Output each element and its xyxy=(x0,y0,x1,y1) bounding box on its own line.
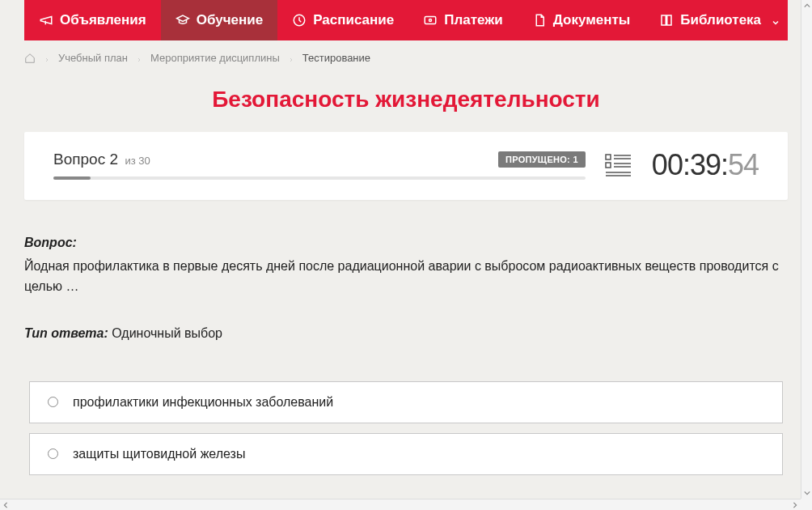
timer: 00:39:54 xyxy=(652,148,759,182)
timer-seconds: 54 xyxy=(728,148,759,181)
answer-type-row: Тип ответа: Одиночный выбор xyxy=(24,326,788,341)
answer-options: профилактики инфекционных заболеваний за… xyxy=(24,381,788,475)
scroll-right-arrow[interactable] xyxy=(789,499,801,510)
question-number-label: Вопрос 2 xyxy=(53,151,118,168)
main-nav: Объявления Обучение Расписание Платежи Д… xyxy=(24,0,788,40)
nav-item-schedule[interactable]: Расписание xyxy=(277,0,408,40)
status-progress-section: Вопрос 2 из 30 ПРОПУЩЕНО: 1 xyxy=(53,151,586,180)
status-card: Вопрос 2 из 30 ПРОПУЩЕНО: 1 00: xyxy=(24,132,788,200)
timer-main: 00:39: xyxy=(652,148,728,181)
nav-label: Обучение xyxy=(197,12,263,28)
megaphone-icon xyxy=(39,13,53,28)
answer-type-label: Тип ответа: xyxy=(24,326,108,340)
svg-rect-1 xyxy=(425,17,436,24)
scroll-up-arrow[interactable] xyxy=(801,0,812,11)
book-icon xyxy=(659,13,674,28)
breadcrumb: Учебный план Мероприятие дисциплины Тест… xyxy=(24,40,788,75)
question-text: Йодная профилактика в первые десять дней… xyxy=(24,257,788,297)
progress-bar xyxy=(53,176,586,180)
breadcrumb-item-event[interactable]: Мероприятие дисциплины xyxy=(150,52,280,64)
nav-item-payments[interactable]: Платежи xyxy=(408,0,518,40)
nav-label: Платежи xyxy=(444,12,503,28)
skipped-badge: ПРОПУЩЕНО: 1 xyxy=(498,151,586,168)
vertical-scrollbar[interactable] xyxy=(801,0,812,499)
nav-item-announcements[interactable]: Объявления xyxy=(24,0,161,40)
question-total-label: из 30 xyxy=(125,155,150,167)
home-icon[interactable] xyxy=(24,53,36,64)
answer-type-value: Одиночный выбор xyxy=(108,326,222,340)
answer-option[interactable]: профилактики инфекционных заболеваний xyxy=(29,381,783,423)
svg-point-2 xyxy=(429,19,432,22)
page-title: Безопасность жизнедеятельности xyxy=(24,87,788,113)
clock-icon xyxy=(292,13,307,28)
payment-icon xyxy=(423,13,438,28)
graduation-icon xyxy=(176,13,190,28)
document-icon xyxy=(532,13,547,28)
breadcrumb-item-plan[interactable]: Учебный план xyxy=(58,52,128,64)
option-text: профилактики инфекционных заболеваний xyxy=(73,395,333,410)
nav-item-documents[interactable]: Документы xyxy=(518,0,645,40)
progress-fill xyxy=(53,176,91,180)
question-area: Вопрос: Йодная профилактика в первые дес… xyxy=(24,200,788,491)
radio-icon xyxy=(48,448,58,459)
chevron-right-icon xyxy=(44,53,50,63)
option-text: защиты щитовидной железы xyxy=(73,447,245,461)
nav-label: Документы xyxy=(553,12,631,28)
question-list-button[interactable] xyxy=(605,153,632,177)
chevron-down-icon xyxy=(771,15,780,25)
scroll-corner xyxy=(801,499,812,510)
nav-item-learning[interactable]: Обучение xyxy=(161,0,277,40)
breadcrumb-item-current: Тестирование xyxy=(302,52,370,64)
radio-icon xyxy=(48,397,58,407)
horizontal-scrollbar[interactable] xyxy=(0,499,801,510)
nav-label: Библиотека xyxy=(680,12,761,28)
question-heading: Вопрос: xyxy=(24,236,788,250)
nav-label: Расписание xyxy=(313,12,394,28)
chevron-right-icon xyxy=(288,53,294,63)
svg-rect-3 xyxy=(606,155,611,159)
answer-option[interactable]: защиты щитовидной железы xyxy=(29,433,783,475)
scroll-left-arrow[interactable] xyxy=(0,499,11,510)
svg-rect-6 xyxy=(606,163,611,168)
chevron-right-icon xyxy=(136,53,142,63)
nav-item-library[interactable]: Библиотека xyxy=(645,0,795,40)
scroll-down-arrow[interactable] xyxy=(801,487,812,499)
nav-label: Объявления xyxy=(60,12,146,28)
